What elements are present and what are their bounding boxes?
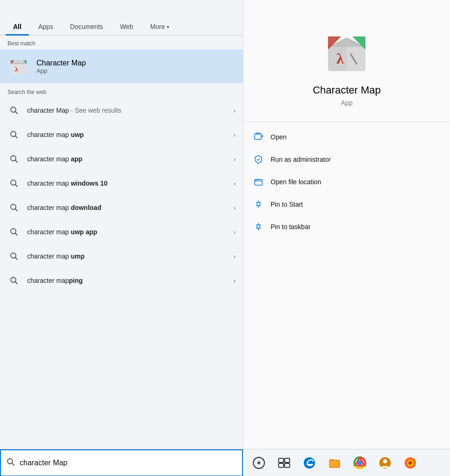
result-item[interactable]: character map windows 10 › bbox=[0, 171, 243, 195]
app-icon: λ bbox=[7, 55, 30, 78]
taskbar-icons bbox=[247, 449, 422, 476]
tab-documents[interactable]: Documents bbox=[63, 19, 111, 36]
tab-more[interactable]: More ▾ bbox=[143, 19, 177, 36]
divider bbox=[243, 122, 450, 122]
chevron-right-icon: › bbox=[234, 131, 236, 138]
svg-rect-54 bbox=[285, 463, 290, 468]
svg-line-21 bbox=[15, 282, 18, 284]
app-large-icon: λ bbox=[323, 28, 370, 75]
firefox-taskbar-icon[interactable] bbox=[398, 449, 422, 476]
cortana-taskbar-icon[interactable] bbox=[247, 449, 271, 476]
svg-rect-52 bbox=[285, 458, 290, 462]
search-icon bbox=[7, 250, 21, 263]
result-item[interactable]: character map download › bbox=[0, 195, 243, 220]
search-icon bbox=[7, 152, 21, 166]
pin-taskbar-label: Pin to taskbar bbox=[271, 223, 311, 231]
result-text: character map uwp bbox=[27, 131, 234, 138]
taskbar: character Map bbox=[0, 449, 450, 476]
result-text: character map app bbox=[27, 155, 234, 163]
pin-start-label: Pin to Start bbox=[271, 201, 303, 208]
chevron-right-icon: › bbox=[234, 156, 236, 163]
search-box[interactable]: character Map bbox=[0, 449, 243, 476]
best-match-item[interactable]: λ Character Map App bbox=[0, 50, 243, 83]
svg-point-66 bbox=[408, 461, 412, 465]
svg-point-61 bbox=[357, 461, 362, 465]
svg-line-19 bbox=[15, 258, 18, 260]
search-icon bbox=[7, 177, 21, 190]
svg-rect-56 bbox=[329, 460, 340, 468]
svg-text:λ: λ bbox=[336, 50, 344, 67]
chevron-right-icon: › bbox=[234, 180, 236, 187]
svg-line-11 bbox=[15, 160, 18, 163]
search-icon bbox=[7, 274, 21, 287]
svg-point-63 bbox=[383, 459, 387, 463]
right-pane: λ Character Map App Open Run as a bbox=[243, 0, 450, 449]
svg-rect-51 bbox=[279, 458, 284, 462]
pin-taskbar-icon bbox=[253, 221, 264, 232]
result-item[interactable]: character map app › bbox=[0, 147, 243, 171]
tab-web[interactable]: Web bbox=[113, 19, 141, 36]
right-app-type: App bbox=[243, 99, 450, 107]
open-label: Open bbox=[271, 133, 286, 141]
edge-taskbar-icon[interactable] bbox=[297, 449, 321, 476]
svg-line-13 bbox=[15, 185, 18, 187]
svg-rect-29 bbox=[255, 134, 261, 139]
open-file-location-action[interactable]: Open file location bbox=[243, 171, 450, 193]
tab-apps[interactable]: Apps bbox=[31, 19, 61, 36]
run-admin-action[interactable]: Run as administrator bbox=[243, 148, 450, 171]
search-icon bbox=[7, 225, 21, 238]
left-pane: All Apps Documents Web More ▾ Best match bbox=[0, 0, 243, 449]
result-text: character mapping bbox=[27, 277, 234, 284]
chevron-right-icon: › bbox=[234, 107, 236, 114]
chevron-right-icon: › bbox=[234, 277, 236, 284]
folder-icon bbox=[253, 176, 264, 188]
shield-icon bbox=[253, 154, 264, 165]
file-explorer-taskbar-icon[interactable] bbox=[322, 449, 347, 476]
result-item[interactable]: character Map - See web results › bbox=[0, 98, 243, 123]
search-icon bbox=[7, 201, 21, 214]
best-match-app-type: App bbox=[36, 67, 86, 74]
open-icon bbox=[253, 131, 264, 143]
right-app-icon-area: λ bbox=[243, 0, 450, 75]
web-search-label: Search the web bbox=[0, 83, 243, 98]
open-file-location-label: Open file location bbox=[271, 178, 321, 186]
search-icon bbox=[7, 104, 21, 117]
pin-taskbar-action[interactable]: Pin to taskbar bbox=[243, 216, 450, 238]
svg-rect-53 bbox=[279, 463, 284, 468]
tab-all[interactable]: All bbox=[6, 19, 29, 36]
open-action[interactable]: Open bbox=[243, 126, 450, 148]
tabs-bar: All Apps Documents Web More ▾ bbox=[0, 0, 243, 36]
svg-rect-34 bbox=[255, 180, 262, 185]
result-text: character map uwp app bbox=[27, 228, 234, 236]
chrome-taskbar-icon[interactable] bbox=[348, 449, 372, 476]
right-app-title: Character Map bbox=[243, 84, 450, 96]
result-item[interactable]: character map uwp app › bbox=[0, 220, 243, 244]
result-item[interactable]: character map uwp › bbox=[0, 123, 243, 147]
chevron-right-icon: › bbox=[234, 204, 236, 211]
chevron-right-icon: › bbox=[234, 253, 236, 260]
search-input-value[interactable]: character Map bbox=[20, 459, 236, 467]
result-text: character map ump bbox=[27, 252, 234, 260]
svg-line-48 bbox=[12, 463, 14, 465]
task-view-taskbar-icon[interactable] bbox=[272, 449, 296, 476]
result-text: character map download bbox=[27, 204, 234, 211]
svg-point-55 bbox=[304, 457, 315, 469]
result-item[interactable]: character map ump › bbox=[0, 244, 243, 268]
result-text: character map windows 10 bbox=[27, 180, 234, 187]
best-match-label: Best match bbox=[0, 36, 243, 50]
search-box-icon bbox=[7, 458, 15, 468]
svg-rect-0 bbox=[11, 63, 27, 74]
best-match-app-name: Character Map bbox=[36, 59, 86, 67]
svg-line-17 bbox=[15, 233, 18, 236]
pin-start-action[interactable]: Pin to Start bbox=[243, 193, 450, 216]
chevron-down-icon: ▾ bbox=[167, 24, 169, 29]
search-icon bbox=[7, 128, 21, 141]
pin-icon bbox=[253, 199, 264, 210]
svg-line-7 bbox=[15, 112, 18, 114]
result-item[interactable]: character mapping › bbox=[0, 268, 243, 293]
svg-line-9 bbox=[15, 136, 18, 138]
svg-text:λ: λ bbox=[15, 66, 18, 73]
user-avatar-taskbar-icon[interactable] bbox=[373, 449, 397, 476]
svg-line-15 bbox=[15, 209, 18, 211]
result-text: character Map - See web results bbox=[27, 107, 234, 114]
